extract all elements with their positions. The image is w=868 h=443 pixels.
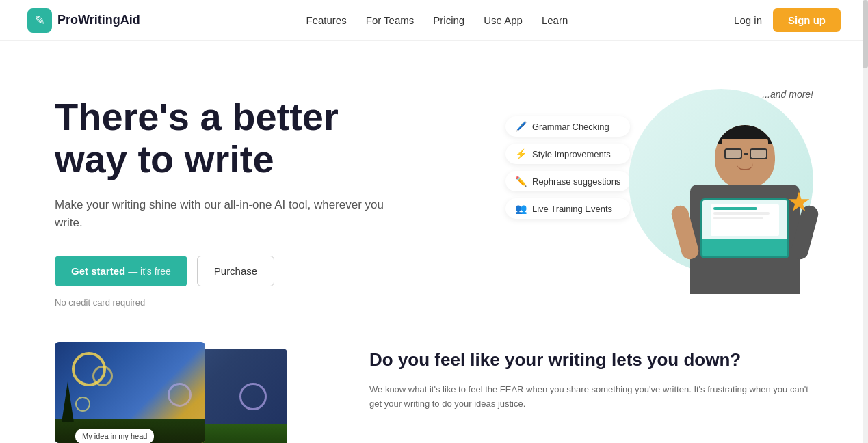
hero-illustration: ...and more! 🖊️ Grammar Checking ⚡ Style… (505, 82, 813, 301)
purchase-button[interactable]: Purchase (197, 256, 274, 286)
rephrase-icon: ✏️ (515, 176, 527, 187)
my-idea-bubble: My idea in my head (75, 429, 154, 443)
nav-link-for-teams[interactable]: For Teams (366, 14, 415, 26)
person-body (690, 125, 800, 294)
grammar-icon: 🖊️ (515, 121, 527, 132)
feature-tag-training: 👥 Live Training Events (505, 198, 630, 219)
hero-section: There's a better way to write Make your … (0, 41, 868, 328)
no-credit-text: No credit card required (55, 297, 410, 308)
nav-link-features[interactable]: Features (306, 14, 347, 26)
nav-link-learn[interactable]: Learn (542, 14, 568, 26)
feature-tag-style: ⚡ Style Improvements (505, 144, 630, 164)
logo[interactable]: ✎ ProWritingAid (27, 8, 140, 33)
section-two: My idea in my head Do you feel like your… (0, 328, 868, 443)
hero-left: There's a better way to write Make your … (55, 82, 410, 308)
nav-link-use-app[interactable]: Use App (484, 14, 523, 26)
feature-tag-grammar: 🖊️ Grammar Checking (505, 116, 630, 137)
scrollbar[interactable] (863, 0, 868, 443)
style-icon: ⚡ (515, 148, 527, 159)
section-two-illustration: My idea in my head (55, 342, 315, 443)
hero-subtitle: Make your writing shine with our all-in-… (55, 196, 410, 231)
nav-actions: Log in Sign up (734, 8, 841, 32)
section-two-text: We know what it's like to feel the FEAR … (369, 383, 813, 412)
section-two-content: Do you feel like your writing lets you d… (369, 342, 813, 411)
training-icon: 👥 (515, 203, 527, 214)
person-illustration (622, 82, 813, 294)
hero-title: There's a better way to write (55, 96, 410, 180)
get-started-button[interactable]: Get started — it's free (55, 256, 187, 286)
hero-buttons: Get started — it's free Purchase (55, 256, 410, 286)
nav-link-pricing[interactable]: Pricing (433, 14, 464, 26)
nav-links: Features For Teams Pricing Use App Learn (306, 14, 568, 26)
scrollbar-thumb[interactable] (863, 0, 868, 68)
navbar: ✎ ProWritingAid Features For Teams Prici… (0, 0, 868, 41)
feature-tags: 🖊️ Grammar Checking ⚡ Style Improvements… (505, 116, 630, 219)
feature-tag-rephrase: ✏️ Rephrase suggestions (505, 171, 630, 191)
login-button[interactable]: Log in (734, 14, 762, 26)
section-two-title: Do you feel like your writing lets you d… (369, 349, 813, 372)
logo-icon: ✎ (27, 8, 52, 33)
painting-card-front (55, 342, 205, 443)
signup-button[interactable]: Sign up (773, 8, 841, 32)
brand-name: ProWritingAid (57, 13, 140, 27)
